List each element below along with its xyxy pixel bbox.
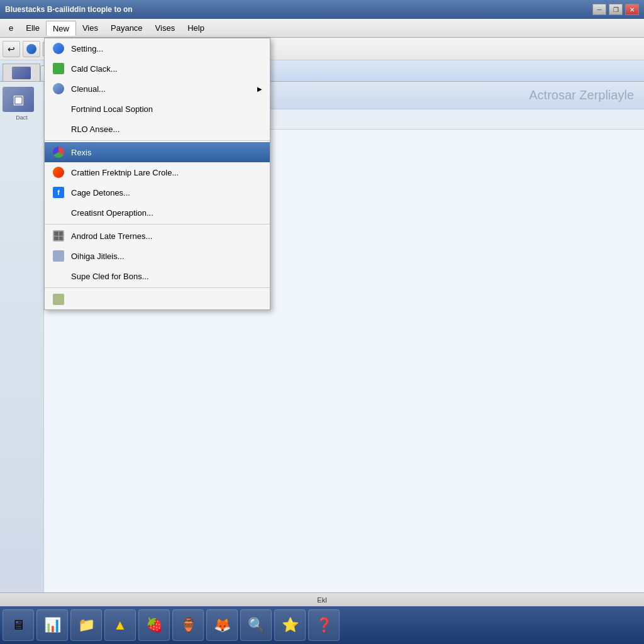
dropdown-item-supe-cled[interactable]: Supe Cled for Bons...	[45, 266, 270, 286]
sidebar-label: Dact	[3, 114, 41, 121]
content-title: Actrosar Zerpliayle	[529, 88, 634, 103]
dropdown-label-cage-detones: Cage Detones...	[71, 188, 130, 197]
oihiga-icon	[52, 250, 65, 262]
dropdown-item-androd[interactable]: Androd Late Trernes...	[45, 226, 270, 246]
dropdown-label-crattien: Crattien Frektnip Lare Crole...	[71, 168, 179, 177]
status-bar: Ekl	[0, 592, 644, 606]
dropdown-item-clenual[interactable]: Clenual... ▶	[45, 79, 270, 99]
taskbar-strawberry[interactable]: 🍓	[138, 609, 170, 641]
dropdown-label-rexis: Rexis	[71, 148, 92, 157]
taskbar-triangle[interactable]: ▲	[104, 609, 136, 641]
menu-item-elle[interactable]: Elle	[19, 21, 46, 35]
cald-clack-icon	[52, 62, 65, 75]
taskbar-search[interactable]: 🔍	[240, 609, 272, 641]
dropdown-label-oihiga: Oihiga Jitleis...	[71, 252, 125, 261]
taskbar-start[interactable]: 🖥	[3, 609, 34, 641]
left-panel-tab	[3, 64, 40, 81]
toolbar-back-button[interactable]: ↩	[3, 41, 20, 57]
dropdown-label-clenual: Clenual...	[71, 84, 106, 94]
clenual-arrow: ▶	[257, 86, 262, 92]
close-button[interactable]: ✕	[625, 4, 639, 15]
dropdown-item-setting[interactable]: Setting...	[45, 38, 270, 58]
croftien-icon	[52, 293, 65, 306]
setting-icon	[52, 42, 65, 55]
dropdown-item-rexis[interactable]: Rexis	[45, 142, 270, 162]
supe-cled-icon	[52, 270, 65, 282]
menu-item-new[interactable]: New	[46, 21, 76, 36]
dropdown-label-setting: Setting...	[71, 44, 103, 53]
rlo-ansee-icon	[52, 123, 65, 135]
creatisnt-icon	[52, 206, 65, 219]
title-bar: Bluestacks B-cailiddin ticople to on ─ ❐…	[0, 0, 644, 19]
restore-button[interactable]: ❐	[609, 4, 623, 15]
left-sidebar: ▣ Dact	[0, 82, 44, 644]
rexis-icon	[52, 146, 65, 158]
menu-bar: e Elle New Vies Payance Vises Help	[0, 19, 644, 38]
dropdown-label-fortnind: Fortnind Local Soption	[71, 104, 153, 114]
dropdown-menu: Setting... Cald Clack... Clenual... ▶ Fo…	[44, 38, 270, 310]
menu-item-help[interactable]: Help	[181, 21, 211, 35]
cage-detones-icon: f	[52, 186, 65, 199]
clenual-icon	[52, 82, 65, 95]
menu-item-vies[interactable]: Vies	[76, 21, 104, 35]
separator-2	[45, 224, 270, 225]
separator-3	[45, 287, 270, 288]
window-controls: ─ ❐ ✕	[592, 4, 639, 15]
taskbar-vase[interactable]: 🏺	[172, 609, 204, 641]
androd-icon	[52, 230, 65, 242]
taskbar-folder[interactable]: 📁	[70, 609, 102, 641]
separator-1	[45, 140, 270, 141]
dropdown-item-cage-detones[interactable]: f Cage Detones...	[45, 182, 270, 203]
window-title: Bluestacks B-cailiddin ticople to on	[5, 5, 133, 14]
minimize-button[interactable]: ─	[592, 4, 606, 15]
dropdown-item-rlo-ansee[interactable]: RLO Ansee...	[45, 119, 270, 139]
taskbar-help[interactable]: ❓	[308, 609, 340, 641]
fortnind-icon	[52, 103, 65, 115]
dropdown-item-crattien[interactable]: Crattien Frektnip Lare Crole...	[45, 162, 270, 182]
crattien-icon	[52, 166, 65, 179]
toolbar-icon-button[interactable]	[23, 41, 40, 57]
taskbar-firefox[interactable]: 🦊	[206, 609, 238, 641]
taskbar: 🖥 📊 📁 ▲ 🍓 🏺 🦊 🔍 ⭐ ❓	[0, 606, 644, 644]
dropdown-label-creatisnt: Creatisnt Operaption...	[71, 208, 153, 218]
dropdown-item-oihiga[interactable]: Oihiga Jitleis...	[45, 246, 270, 266]
dropdown-label-cald-clack: Cald Clack...	[71, 64, 118, 74]
dropdown-label-rlo-ansee: RLO Ansee...	[71, 125, 119, 134]
status-text: Ekl	[5, 596, 639, 604]
dropdown-label-supe-cled: Supe Cled for Bons...	[71, 272, 149, 281]
taskbar-star[interactable]: ⭐	[274, 609, 306, 641]
dropdown-label-androd: Androd Late Trernes...	[71, 231, 152, 241]
dropdown-item-croftien[interactable]	[45, 289, 270, 309]
dropdown-item-creatisnt[interactable]: Creatisnt Operaption...	[45, 203, 270, 223]
taskbar-monitor[interactable]: 📊	[36, 609, 68, 641]
dropdown-item-fortnind[interactable]: Fortnind Local Soption	[45, 99, 270, 119]
menu-item-vises[interactable]: Vises	[149, 21, 182, 35]
menu-item-file[interactable]: e	[3, 21, 19, 35]
menu-item-payance[interactable]: Payance	[104, 21, 149, 35]
dropdown-item-cald-clack[interactable]: Cald Clack...	[45, 58, 270, 79]
sidebar-app-icon: ▣	[3, 87, 34, 112]
